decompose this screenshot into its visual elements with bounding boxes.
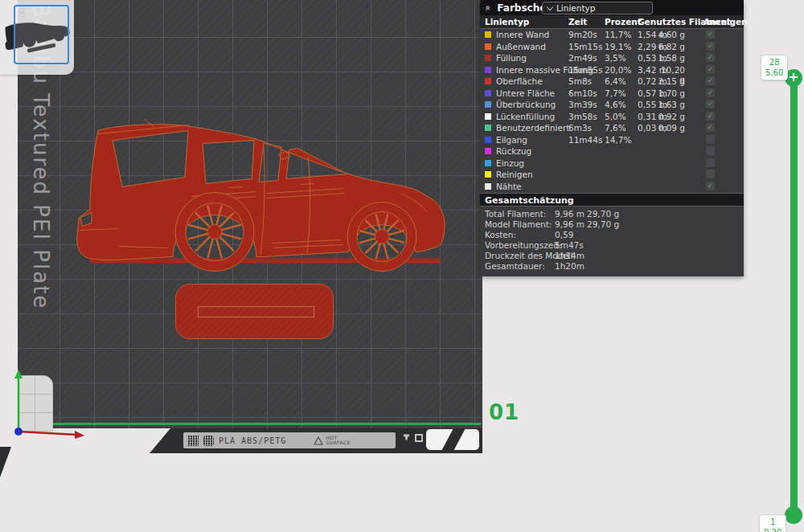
show-checkbox[interactable]: ✓ xyxy=(706,100,715,108)
line-type-color-swatch xyxy=(485,101,491,108)
line-type-row: Eilgang11m44s14,7% xyxy=(480,134,744,146)
x-axis-arrow xyxy=(75,431,84,439)
line-type-filament-weight: 0,09 g xyxy=(655,123,685,133)
surface-label: SURFACE xyxy=(326,440,351,445)
col-anzeigen: Anzeigen xyxy=(704,17,748,27)
warning-triangle-icon xyxy=(314,436,323,445)
line-type-filament-weight: 6,82 g xyxy=(655,42,685,51)
line-type-row: Überbrückung3m39s4,6%0,55 m1,63 g✓ xyxy=(480,99,744,111)
line-type-time: 3m39s xyxy=(568,100,597,109)
summary-row: Druckzeit des Modell:1h14m xyxy=(480,251,744,261)
summary-row: Kosten:0,59 xyxy=(480,230,744,240)
show-checkbox[interactable]: ✓ xyxy=(706,76,715,85)
top-layer-number: 28 xyxy=(765,57,783,68)
line-type-row: Reinigen xyxy=(480,169,744,181)
line-type-filament-weight: 4,60 g xyxy=(655,30,685,39)
plate-label-strip: PLA ABS/PETG HOT SURFACE xyxy=(183,432,396,448)
line-type-label: Untere Fläche xyxy=(496,88,555,98)
layer-slider-bottom-badge: 1 0,20 xyxy=(759,514,786,532)
show-checkbox[interactable]: ✓ xyxy=(706,53,715,62)
line-type-time: 15m15s xyxy=(568,42,602,51)
line-type-label: Oberfläche xyxy=(496,76,543,86)
line-type-filament-weight: 2,15 g xyxy=(655,76,685,86)
bottom-layer-number: 1 xyxy=(764,517,781,527)
line-type-percent: 3,5% xyxy=(605,53,626,63)
line-type-percent: 11,7% xyxy=(605,30,631,39)
slicer-preview-window: Bambu Textured PEI Plate PLA ABS/PETG xyxy=(0,0,804,532)
color-scheme-panel: « Farbschema Linientyp Linientyp Zeit Pr… xyxy=(480,0,744,276)
line-type-filament-weight: 1,63 g xyxy=(655,100,685,109)
summary-label: Kosten: xyxy=(485,230,516,239)
show-checkbox[interactable] xyxy=(706,170,715,178)
current-layer-line xyxy=(53,423,481,425)
summary-row: Total Filament:9,96 m29,70 g xyxy=(480,209,744,219)
show-checkbox[interactable]: ✓ xyxy=(706,42,715,51)
line-type-row: Außenwand15m15s19,1%2,29 m6,82 g✓ xyxy=(480,41,744,53)
nozzle-icon xyxy=(402,434,411,442)
origin-dot xyxy=(14,428,23,436)
summary-value-1: 5m47s xyxy=(555,240,584,250)
corner-tab-stripe xyxy=(439,429,466,450)
view-type-dropdown[interactable]: Linientyp xyxy=(542,2,653,14)
line-type-row: Oberfläche5m8s6,4%0,72 m2,15 g✓ xyxy=(480,76,744,88)
summary-label: Gesamtdauer: xyxy=(485,261,545,271)
show-checkbox[interactable]: ✓ xyxy=(706,30,715,39)
car-model-preview[interactable] xyxy=(71,109,449,275)
show-checkbox[interactable] xyxy=(706,135,715,144)
line-type-filament-weight: 1,70 g xyxy=(655,88,685,98)
line-type-time: 6m10s xyxy=(568,88,597,98)
thumbnail-selection-box[interactable]: 1 xyxy=(14,5,69,64)
plate-thumbnail-card[interactable]: 1 xyxy=(0,0,74,75)
show-checkbox[interactable]: ✓ xyxy=(706,112,715,121)
line-type-label: Benutzerdefiniert xyxy=(496,123,569,133)
summary-row: Model Filament:9,96 m29,70 g xyxy=(480,219,744,230)
summary-value-1: 9,96 m xyxy=(555,219,585,229)
plate-front-edge-left xyxy=(0,447,11,477)
show-checkbox[interactable]: ✓ xyxy=(706,123,715,132)
model-stand[interactable] xyxy=(175,284,334,339)
line-type-label: Nähte xyxy=(496,182,522,191)
summary-titlebar: Gesamtschätzung xyxy=(480,193,744,207)
line-type-time: 15m55s xyxy=(568,65,602,75)
line-type-color-swatch xyxy=(485,90,491,96)
line-type-color-swatch xyxy=(485,183,491,190)
show-checkbox[interactable] xyxy=(706,146,715,155)
show-checkbox[interactable]: ✓ xyxy=(706,65,715,74)
line-type-time: 3m58s xyxy=(568,112,597,121)
line-type-table: Innere Wand9m20s11,7%1,54 m4,60 g✓Außenw… xyxy=(480,29,744,192)
line-type-row: Füllung2m49s3,5%0,53 m1,58 g✓ xyxy=(480,52,744,64)
summary-row: Vorbereitungszeit:5m47s xyxy=(480,240,744,251)
summary-table: Total Filament:9,96 m29,70 gModel Filame… xyxy=(480,209,744,272)
layer-slider-top-badge: 28 5,60 xyxy=(761,55,788,80)
line-type-color-swatch xyxy=(485,171,491,178)
summary-value-2: 29,70 g xyxy=(587,209,619,219)
summary-value-2: 29,70 g xyxy=(587,219,619,229)
layer-slider-bottom-handle[interactable] xyxy=(785,506,802,524)
bambu-logo-mark-icon xyxy=(188,436,199,446)
summary-label: Total Filament: xyxy=(485,209,546,219)
plate-material-label: PLA ABS/PETG xyxy=(219,436,286,445)
summary-label: Model Filament: xyxy=(485,219,552,229)
line-type-label: Einzug xyxy=(496,158,524,168)
show-checkbox[interactable]: ✓ xyxy=(706,88,715,97)
show-checkbox[interactable]: ✓ xyxy=(706,182,715,190)
line-type-color-swatch xyxy=(485,55,491,61)
plate-front-edge: PLA ABS/PETG HOT SURFACE xyxy=(150,428,482,453)
stand-slot-outline xyxy=(198,306,314,317)
line-type-color-swatch xyxy=(485,113,491,120)
line-type-row: Lückenfüllung3m58s5,0%0,31 m0,92 g✓ xyxy=(480,111,744,123)
qr-code-icon xyxy=(203,436,214,446)
line-type-percent: 19,1% xyxy=(605,42,631,51)
line-type-color-swatch xyxy=(485,31,491,38)
thumbnail-index: 1 xyxy=(19,9,24,17)
line-type-label: Lückenfüllung xyxy=(496,112,555,121)
collapse-icon[interactable]: « xyxy=(484,5,492,10)
line-type-time: 2m49s xyxy=(568,53,597,63)
summary-value-1: 0,59 xyxy=(555,230,573,239)
layer-slider-track[interactable] xyxy=(790,78,798,516)
line-type-color-swatch xyxy=(485,137,491,143)
bottom-layer-height: 0,20 xyxy=(764,527,781,532)
line-type-color-swatch xyxy=(485,125,491,131)
show-checkbox[interactable] xyxy=(706,158,715,167)
line-type-time: 9m20s xyxy=(568,30,597,39)
